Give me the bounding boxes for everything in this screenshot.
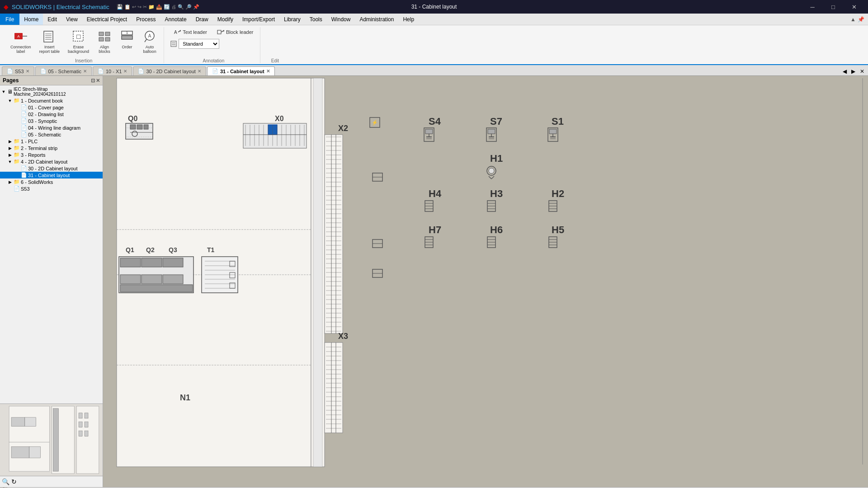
svg-rect-42 [79, 431, 82, 436]
svg-rect-155 [425, 129, 433, 134]
tree-doc-book[interactable]: ▼ 📁 1 - Document book [0, 97, 103, 104]
ribbon-edit-group: Edit [261, 27, 288, 63]
tree-cab30[interactable]: 📄 30 - 2D Cabinet layout [0, 165, 103, 172]
tab-nav-left[interactable]: ◀ [841, 67, 849, 75]
tab-cabinet2d[interactable]: 📄 30 - 2D Cabinet layout ✕ [133, 66, 206, 75]
svg-rect-211 [120, 258, 141, 267]
menu-edit[interactable]: Edit [43, 14, 61, 25]
tree-cab31-icon: 📄 [21, 172, 27, 178]
tree-cab30-label: 30 - 2D Cabinet layout [28, 166, 77, 171]
tab-cabinet2d-close[interactable]: ✕ [198, 69, 201, 74]
tab-cabinet31-label: 31 - Cabinet layout [220, 69, 264, 74]
tree-terminal[interactable]: ▶ 📁 2 - Terminal strip [0, 145, 103, 151]
tree-cabinet2d[interactable]: ▼ 📁 4 - 2D Cabinet layout [0, 158, 103, 165]
standard-icon [170, 41, 177, 47]
tab-close-all[interactable]: ✕ [858, 67, 866, 75]
menu-library[interactable]: Library [279, 14, 305, 25]
pages-collapse-btn[interactable]: ⊡ [91, 78, 95, 84]
tree-terminal-label: 2 - Terminal strip [21, 145, 57, 151]
svg-rect-50 [325, 135, 343, 333]
svg-rect-33 [11, 418, 25, 427]
svg-rect-41 [85, 422, 88, 427]
tree-cabinet2d-expand[interactable]: ▼ [7, 159, 13, 164]
tree-cab30-icon: 📄 [21, 165, 27, 171]
menu-help[interactable]: Help [398, 14, 419, 25]
tree-root-icon: 🖥 [7, 89, 13, 95]
tab-schematic-label: 05 - Schematic [48, 69, 81, 74]
insert-report-btn[interactable]: Insertreport table [36, 27, 63, 56]
tree-cab31[interactable]: 📄 31 - Cabinet layout [0, 172, 103, 178]
erase-background-icon: ◻ [71, 29, 86, 44]
tab-s53-close[interactable]: ✕ [26, 69, 29, 74]
menu-import-export[interactable]: Import/Export [238, 14, 279, 25]
pages-close-btn[interactable]: ✕ [96, 78, 100, 84]
tree-cover[interactable]: 📄 01 - Cover page [0, 104, 103, 111]
tree-synoptic[interactable]: 📄 03 - Synoptic [0, 117, 103, 124]
svg-text:S7: S7 [490, 116, 502, 127]
connection-label-btn[interactable]: A Connectionlabel [7, 27, 34, 56]
tree-root-expand[interactable]: ▼ [1, 89, 6, 94]
auto-balloon-btn[interactable]: A Autoballoon [139, 27, 160, 56]
svg-rect-124 [137, 125, 142, 129]
tab-nav-right[interactable]: ▶ [849, 67, 857, 75]
tree-reports[interactable]: ▶ 📁 3 - Reports [0, 151, 103, 158]
standard-dropdown[interactable]: Standard [179, 39, 219, 49]
menu-tools[interactable]: Tools [305, 14, 327, 25]
tree-drawing-list[interactable]: 📄 02 - Drawing list [0, 111, 103, 117]
block-leader-btn[interactable]: Block leader [214, 27, 257, 37]
align-blocks-btn[interactable]: Alignblocks [94, 27, 115, 56]
page-refresh-btn[interactable]: ↻ [11, 478, 17, 485]
tree-terminal-expand[interactable]: ▶ [7, 145, 13, 151]
page-search-btn[interactable]: 🔍 [2, 478, 9, 485]
menu-modify[interactable]: Modify [213, 14, 238, 25]
tab-x1-close[interactable]: ✕ [123, 69, 127, 74]
erase-background-btn[interactable]: ◻ Erasebackground [65, 27, 92, 56]
tab-s53-icon: 📄 [7, 68, 13, 74]
order-btn[interactable]: 1 Order [117, 27, 137, 52]
svg-rect-40 [79, 422, 82, 427]
tree-cabinet2d-label: 4 - 2D Cabinet layout [21, 159, 67, 164]
tab-cabinet31-close[interactable]: ✕ [266, 69, 270, 74]
close-btn[interactable]: ✕ [844, 0, 864, 14]
tree-s53[interactable]: 📄 S53 [0, 185, 103, 192]
tree-reports-expand[interactable]: ▶ [7, 152, 13, 158]
menu-administration[interactable]: Administration [355, 14, 398, 25]
content-area[interactable]: X2 [103, 76, 868, 487]
menu-process[interactable]: Process [132, 14, 160, 25]
tab-schematic-icon: 📄 [40, 68, 47, 74]
pages-header-buttons: ⊡ ✕ [91, 78, 100, 84]
svg-text:S4: S4 [429, 116, 441, 127]
tab-x1[interactable]: 📄 10 - X1 ✕ [93, 66, 132, 75]
tree-plc-expand[interactable]: ▶ [7, 139, 13, 144]
tab-s53[interactable]: 📄 S53 ✕ [2, 66, 34, 75]
tab-cabinet31[interactable]: 📄 31 - Cabinet layout ✕ [207, 66, 275, 75]
tab-schematic[interactable]: 📄 05 - Schematic ✕ [35, 66, 92, 75]
auto-balloon-text: Autoballoon [143, 45, 156, 54]
menu-annotate[interactable]: Annotate [160, 14, 191, 25]
tree-doc-expand[interactable]: ▼ [7, 98, 13, 103]
tree-root[interactable]: ▼ 🖥 IEC Strech-Wrap Machine_202404261011… [0, 86, 103, 97]
svg-rect-214 [120, 275, 141, 284]
app-logo: ◆ [4, 4, 8, 10]
menu-file[interactable]: File [0, 14, 19, 25]
maximize-btn[interactable]: □ [823, 0, 844, 14]
tree-drawing-label: 02 - Drawing list [28, 112, 64, 117]
menu-home[interactable]: Home [19, 14, 43, 25]
tab-cabinet2d-icon: 📄 [138, 68, 144, 74]
ribbon-pin-btn[interactable]: 📌 [858, 16, 864, 23]
tree-solidworks[interactable]: ▶ 📁 6 - SolidWorks [0, 178, 103, 185]
tree-wiring[interactable]: 📄 04 - Wiring line diagram [0, 124, 103, 131]
menu-view[interactable]: View [61, 14, 82, 25]
minimize-btn[interactable]: ─ [802, 0, 823, 14]
tree-solidworks-expand[interactable]: ▶ [7, 179, 13, 185]
menu-window[interactable]: Window [327, 14, 355, 25]
menu-draw[interactable]: Draw [191, 14, 213, 25]
tree-schematic[interactable]: 📄 05 - Schematic [0, 131, 103, 138]
svg-rect-167 [549, 129, 557, 134]
tree-plc[interactable]: ▶ 📁 1 - PLC [0, 138, 103, 145]
ribbon-collapse-btn[interactable]: ▲ [850, 16, 856, 23]
svg-rect-213 [163, 258, 183, 267]
text-leader-btn[interactable]: A Text leader [170, 27, 210, 37]
menu-electrical-project[interactable]: Electrical Project [82, 14, 132, 25]
tab-schematic-close[interactable]: ✕ [83, 69, 87, 74]
